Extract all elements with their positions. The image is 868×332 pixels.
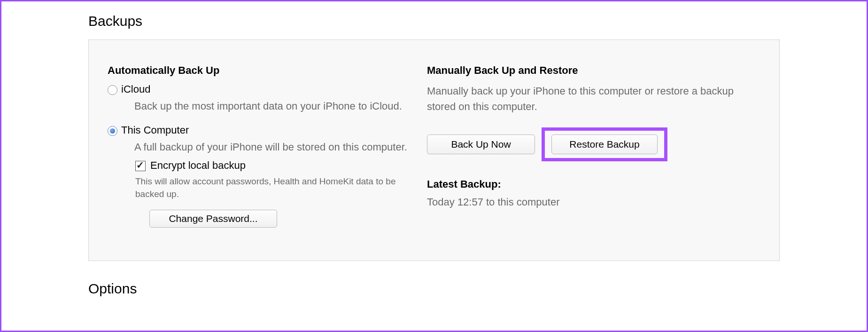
radio-icloud-desc: Back up the most important data on your … [121, 98, 408, 114]
radio-computer-desc: A full backup of your iPhone will be sto… [121, 139, 408, 155]
automatic-backup-column: Automatically Back Up iCloud Back up the… [108, 64, 408, 238]
latest-backup-value: Today 12:57 to this computer [427, 196, 760, 208]
backups-section-title: Backups [88, 13, 780, 29]
radio-icloud-label[interactable]: iCloud [121, 83, 408, 95]
manual-desc: Manually back up your iPhone to this com… [427, 83, 760, 114]
restore-highlight-box: Restore Backup [542, 127, 667, 161]
encrypt-desc: This will allow account passwords, Healt… [121, 175, 408, 200]
manual-backup-column: Manually Back Up and Restore Manually ba… [427, 64, 760, 238]
radio-option-computer: This Computer A full backup of your iPho… [108, 124, 408, 228]
radio-computer-label[interactable]: This Computer [121, 124, 408, 136]
radio-option-icloud: iCloud Back up the most important data o… [108, 83, 408, 114]
auto-backup-heading: Automatically Back Up [108, 64, 408, 77]
latest-backup-heading: Latest Backup: [427, 178, 760, 190]
encrypt-checkbox[interactable] [135, 161, 146, 171]
manual-button-row: Back Up Now Restore Backup [427, 127, 760, 161]
encrypt-label[interactable]: Encrypt local backup [150, 159, 408, 172]
options-section-title: Options [88, 281, 780, 297]
back-up-now-button[interactable]: Back Up Now [427, 134, 535, 154]
radio-computer[interactable] [108, 126, 117, 136]
manual-heading: Manually Back Up and Restore [427, 64, 760, 77]
restore-backup-button[interactable]: Restore Backup [551, 134, 658, 154]
encrypt-row: Encrypt local backup [135, 159, 408, 172]
radio-icloud[interactable] [108, 85, 117, 95]
change-password-button[interactable]: Change Password... [149, 210, 277, 228]
backup-panel: Automatically Back Up iCloud Back up the… [88, 40, 780, 261]
